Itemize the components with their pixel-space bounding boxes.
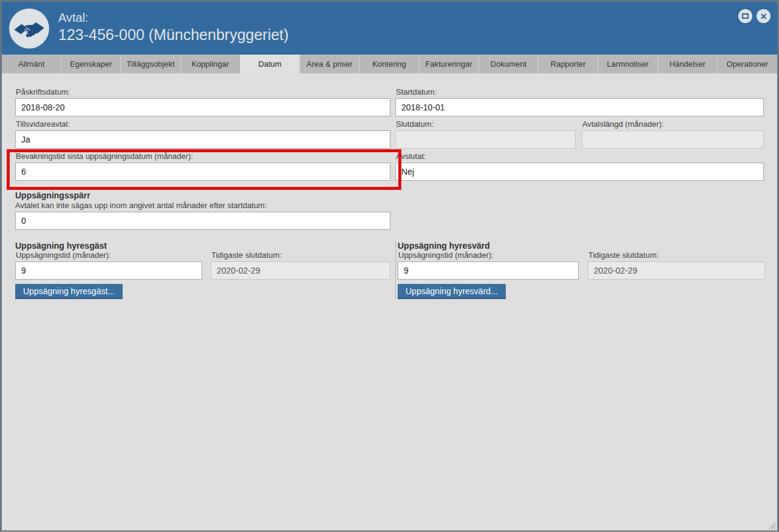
title-value: 123-456-000 (Münchenbryggeriet) (58, 25, 288, 44)
close-button[interactable]: ✕ (757, 9, 770, 23)
avslutat-label: Avslutat: (396, 152, 764, 161)
slutdatum-label: Slutdatum: (396, 120, 576, 129)
uppsagning-hyresgast-button[interactable]: Uppsägning hyresgäst... (15, 284, 123, 299)
tab-allmänt[interactable]: Allmänt (2, 55, 61, 73)
field-avtalslangd: Avtalslängd (månader): (582, 120, 764, 149)
tab-datum[interactable]: Datum (240, 55, 300, 73)
tab-larmnotiser[interactable]: Larmnotiser (598, 55, 658, 73)
avtalslangd-input (582, 130, 764, 149)
hyresgast-tidigaste-slutdatum-label: Tidigaste slutdatum: (211, 251, 390, 260)
uppsagning-hyresvard-section: Uppsägning hyresvärd Uppsägningstid (mån… (395, 241, 765, 299)
field-bevakningstid: Bevakningstid sista uppsägningsdatum (må… (15, 152, 390, 181)
tab-rapporter[interactable]: Rapporter (539, 55, 598, 73)
tab-egenskaper[interactable]: Egenskaper (61, 55, 121, 73)
slutdatum-input (395, 130, 576, 149)
hyresvard-uppsagningstid-label: Uppsägningstid (månader): (398, 251, 579, 260)
tab-händelser[interactable]: Händelser (658, 55, 718, 73)
hyresvard-uppsagningstid-input[interactable] (398, 261, 579, 280)
tab-area-priser[interactable]: Area & priser (300, 55, 359, 73)
hyresgast-tidigaste-slutdatum-input (211, 261, 390, 280)
hyresvard-tidigaste-slutdatum-input (588, 261, 765, 280)
datum-tab-content: Påskriftsdatum: Startdatum: Tillsvidarea… (2, 73, 777, 299)
uppsagningssparr-input[interactable] (15, 212, 390, 230)
field-paskriftsdatum: Påskriftsdatum: (15, 88, 390, 116)
tab-faktureringar[interactable]: Faktureringar (420, 55, 479, 73)
paskriftsdatum-label: Påskriftsdatum: (16, 88, 390, 96)
hyresgast-heading: Uppsägning hyresgäst (15, 241, 392, 251)
hyresgast-uppsagningstid-input[interactable] (15, 261, 202, 280)
tab-dokument[interactable]: Dokument (479, 55, 539, 73)
window-header: Avtal: 123-456-000 (Münchenbryggeriet) ✕ (2, 2, 777, 55)
tab-kopplingar[interactable]: Kopplingar (181, 55, 240, 73)
tab-kontering[interactable]: Kontering (359, 55, 419, 73)
avslutat-input[interactable] (395, 163, 764, 181)
field-startdatum: Startdatum: (395, 88, 764, 116)
window-controls: ✕ (738, 9, 770, 23)
handshake-icon (9, 8, 49, 49)
field-hyresvard-uppsagningstid: Uppsägningstid (månader): (398, 251, 579, 280)
maximize-button[interactable] (738, 9, 752, 23)
tillsvidareavtal-label: Tillsvidareavtal: (16, 120, 390, 129)
field-slutdatum: Slutdatum: (395, 120, 576, 149)
field-avslutat: Avslutat: (395, 152, 764, 181)
maximize-icon (742, 13, 749, 19)
uppsagningssparr-section: Uppsägningsspärr Avtalet kan inte sägas … (15, 190, 390, 230)
tillsvidareavtal-input[interactable] (15, 130, 390, 149)
hyresvard-tidigaste-slutdatum-label: Tidigaste slutdatum: (588, 251, 765, 260)
startdatum-input[interactable] (395, 98, 764, 116)
resize-grip-icon[interactable] (768, 521, 776, 529)
title-label: Avtal: (58, 10, 288, 25)
uppsagningssparr-description: Avtalet kan inte sägas upp inom angivet … (15, 201, 390, 210)
bevakningstid-input[interactable] (15, 163, 390, 181)
avtal-window: Avtal: 123-456-000 (Münchenbryggeriet) ✕… (0, 0, 779, 532)
hyresvard-heading: Uppsägning hyresvärd (398, 241, 765, 251)
uppsagning-hyresvard-button[interactable]: Uppsägning hyresvärd... (398, 284, 506, 299)
tab-tilläggsobjekt[interactable]: Tilläggsobjekt (121, 55, 180, 73)
field-tillsvidareavtal: Tillsvidareavtal: (15, 120, 390, 149)
close-icon: ✕ (760, 12, 767, 21)
hyresgast-uppsagningstid-label: Uppsägningstid (månader): (16, 251, 202, 260)
avtalslangd-label: Avtalslängd (månader): (582, 120, 764, 129)
startdatum-label: Startdatum: (396, 88, 764, 96)
tab-bar: AllmäntEgenskaperTilläggsobjektKopplinga… (2, 55, 777, 73)
window-title: Avtal: 123-456-000 (Münchenbryggeriet) (58, 10, 288, 44)
field-hyresvard-tidigaste-slutdatum: Tidigaste slutdatum: (588, 251, 765, 280)
field-hyresgast-uppsagningstid: Uppsägningstid (månader): (15, 251, 202, 280)
field-hyresgast-tidigaste-slutdatum: Tidigaste slutdatum: (211, 251, 390, 280)
uppsagningssparr-heading: Uppsägningsspärr (15, 190, 390, 201)
paskriftsdatum-input[interactable] (15, 98, 390, 116)
tab-operationer[interactable]: Operationer (718, 55, 777, 73)
bevakningstid-label: Bevakningstid sista uppsägningsdatum (må… (16, 152, 390, 161)
uppsagning-hyresgast-section: Uppsägning hyresgäst Uppsägningstid (mån… (15, 241, 392, 299)
